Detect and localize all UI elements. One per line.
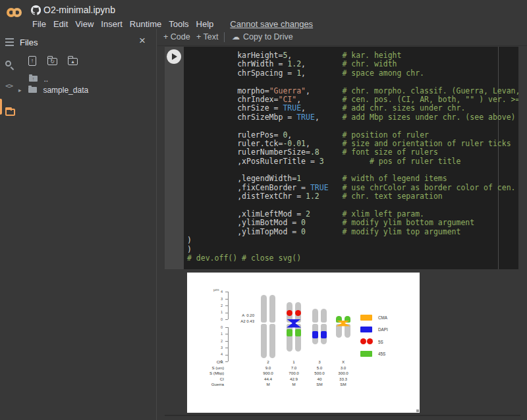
- menu-bar: FileEditViewInsertRuntimeToolsHelpCannot…: [32, 18, 313, 28]
- menu-item-file[interactable]: File: [32, 19, 46, 29]
- table-row-label: S (um): [192, 365, 224, 370]
- code-line: chrWidth = 1.2, # chr. width: [187, 60, 518, 68]
- notebook-title[interactable]: O2-minimal.ipynb: [43, 5, 115, 15]
- table-row-label: Guerra: [192, 382, 224, 386]
- mark-45S: [295, 329, 301, 336]
- mark-45S: [287, 329, 292, 336]
- folder-up-icon: ↑: [29, 76, 38, 82]
- menu-item-edit[interactable]: Edit: [53, 19, 68, 29]
- add-code-button[interactable]: + Code: [163, 32, 190, 41]
- github-icon[interactable]: [31, 5, 41, 15]
- code-line: morpho="Guerra", # chr. morpho. classif.…: [187, 87, 518, 95]
- add-text-button[interactable]: + Text: [196, 32, 218, 41]
- code-line: ruler.tck=-0.01, # size and orientation …: [187, 140, 518, 148]
- ruler-tick-label: 3: [212, 346, 223, 350]
- code-line: chrSpacing = 1, # space among chr.: [187, 69, 518, 78]
- code-line: ,ylimTopMod = 0 # modify ylim top argume…: [187, 228, 518, 236]
- chromosome-2-short-arm: [261, 295, 267, 323]
- refresh-files-icon[interactable]: ↻: [47, 58, 57, 65]
- table-cell: M: [254, 382, 283, 386]
- code-line: rulerNumberSize=.8 # font size of rulers: [187, 148, 518, 157]
- chromosome-2-long-arm: [261, 324, 267, 358]
- tree-item-parent-dir[interactable]: ↑ ..: [29, 72, 48, 84]
- menu-item-runtime[interactable]: Runtime: [130, 19, 161, 29]
- annotation-text: A2 0.43: [220, 319, 254, 323]
- table-row-label: CI: [192, 377, 224, 381]
- ruler-tick: [225, 348, 228, 348]
- chromosome-2-long-arm: [269, 324, 275, 358]
- table-cell: M: [279, 382, 308, 386]
- active-panel-indicator: [0, 99, 2, 115]
- ruler-tick: [225, 334, 228, 334]
- menu-item-tools[interactable]: Tools: [169, 19, 188, 29]
- table-cell: 3.0: [329, 365, 358, 370]
- upload-file-icon[interactable]: ↑: [28, 56, 36, 66]
- output-resize-handle[interactable]: [416, 409, 419, 412]
- legend-label: CMA: [378, 315, 387, 320]
- menu-item-insert[interactable]: Insert: [101, 19, 123, 29]
- chromosome-1-long-arm: [287, 324, 292, 352]
- toolbar-divider: [224, 32, 225, 42]
- colab-logo[interactable]: [7, 6, 22, 20]
- code-line: ,distTextChr = 1.2 # chr. text separatio…: [187, 192, 518, 201]
- chromosome-2-short-arm: [269, 295, 275, 323]
- table-cell: 300.0: [329, 371, 358, 375]
- mount-drive-icon[interactable]: ▴: [68, 58, 78, 65]
- mark-DAPI: [321, 331, 327, 338]
- cell-output-area: µm43210012345A 0.20A2 0.43Chr.S (um)S (M…: [187, 273, 420, 413]
- code-editor[interactable]: karHeight=5, # kar. height chrWidth = 1.…: [184, 47, 518, 269]
- close-panel-icon[interactable]: ×: [139, 34, 146, 47]
- code-snippets-icon[interactable]: <>: [5, 82, 13, 90]
- code-cell: karHeight=5, # kar. height chrWidth = 1.…: [165, 47, 518, 269]
- ruler-tick-label: 1: [212, 332, 223, 336]
- search-icon[interactable]: [5, 61, 11, 66]
- mark-CMA: [336, 321, 350, 327]
- tree-item-label: ..: [43, 74, 48, 84]
- colab-app: O2-minimal.ipynb FileEditViewInsertRunti…: [0, 0, 527, 420]
- ruler-tick: [225, 327, 228, 328]
- table-cell: 700.0: [279, 371, 308, 375]
- legend-swatch-5S: [367, 338, 373, 344]
- legend-swatch-5S: [360, 338, 366, 344]
- menu-item-help[interactable]: Help: [196, 19, 214, 29]
- legend-label: 45S: [378, 352, 385, 356]
- cloud-icon: ☁: [232, 32, 240, 41]
- code-line: ): [187, 236, 518, 245]
- files-rail-icon[interactable]: [5, 109, 15, 116]
- code-line: ,xlimLeftMod = 2 # xlim left param.: [187, 210, 518, 219]
- code-line: karHeight=5, # kar. height: [187, 51, 518, 60]
- code-line: chrIndex="CI", # cen. pos. (CI, AR, both…: [187, 95, 518, 104]
- legend-swatch-DAPI: [360, 327, 372, 332]
- karyotype-plot: µm43210012345A 0.20A2 0.43Chr.S (um)S (M…: [187, 273, 420, 413]
- cell-toolbar: + Code + Text ☁Copy to Drive: [157, 29, 527, 46]
- table-cell: SM: [329, 382, 358, 386]
- save-status-link[interactable]: Cannot save changes: [230, 19, 313, 29]
- ruler-tick: [225, 355, 228, 355]
- code-line: chrSizeMbp = TRUE, # add Mbp sizes under…: [187, 113, 518, 122]
- table-cell: 44.4: [254, 377, 283, 381]
- app-header: O2-minimal.ipynb FileEditViewInsertRunti…: [0, 0, 527, 29]
- ruler-tick-label: 0: [212, 325, 223, 329]
- ruler-axis-long: [228, 327, 229, 361]
- code-line: ): [187, 246, 518, 254]
- ruler-tick-label: 3: [212, 297, 223, 301]
- table-cell: 9.0: [254, 365, 283, 370]
- code-line: ,fixCenBorder = TRUE # use chrColor as b…: [187, 184, 518, 192]
- table-of-contents-icon[interactable]: [5, 38, 14, 48]
- ruler-tick-label: 4: [212, 352, 223, 356]
- run-cell-button[interactable]: [167, 49, 181, 64]
- table-cell: X: [329, 359, 358, 364]
- table-cell: 900.0: [254, 371, 283, 375]
- annotation-text: A 0.20: [220, 313, 254, 317]
- folder-icon: [28, 87, 37, 93]
- tree-item-sample-data[interactable]: ▸ sample_data: [18, 84, 88, 95]
- chromosome-3-short-arm: [312, 309, 318, 323]
- legend-label: DAPI: [378, 327, 388, 332]
- menu-item-view[interactable]: View: [75, 19, 94, 29]
- copy-to-drive-button[interactable]: ☁Copy to Drive: [232, 32, 293, 41]
- cell-bottom-border: [165, 415, 520, 416]
- table-row-label: S (Mbp): [192, 371, 224, 375]
- chevron-right-icon[interactable]: ▸: [18, 87, 22, 93]
- code-line: [187, 166, 518, 174]
- table-cell: 2: [254, 359, 283, 364]
